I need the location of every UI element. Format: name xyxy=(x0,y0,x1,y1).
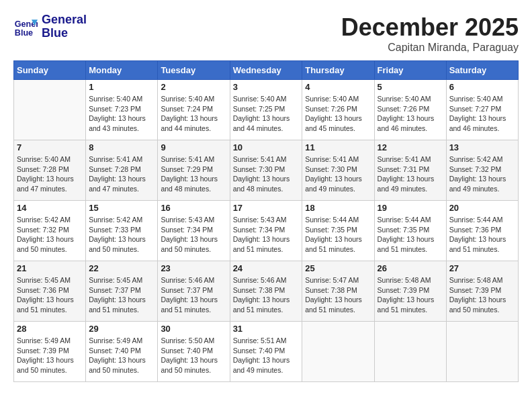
calendar-cell: 27Sunrise: 5:48 AM Sunset: 7:39 PM Dayli… xyxy=(446,261,518,322)
logo: General Blue General Blue xyxy=(13,13,87,40)
day-number: 5 xyxy=(378,82,443,92)
day-number: 16 xyxy=(161,203,226,213)
calendar-cell: 8Sunrise: 5:41 AM Sunset: 7:28 PM Daylig… xyxy=(86,140,158,201)
day-number: 29 xyxy=(89,324,154,334)
day-number: 15 xyxy=(89,203,154,213)
header: General Blue General Blue December 2025 … xyxy=(13,13,519,54)
day-info: Sunrise: 5:45 AM Sunset: 7:37 PM Dayligh… xyxy=(89,275,154,315)
day-number: 20 xyxy=(449,203,515,213)
day-number: 22 xyxy=(89,263,154,273)
day-number: 9 xyxy=(161,142,226,152)
calendar-cell: 26Sunrise: 5:48 AM Sunset: 7:39 PM Dayli… xyxy=(374,261,446,322)
day-number: 7 xyxy=(17,142,83,152)
day-number: 3 xyxy=(233,82,300,92)
weekday-header-monday: Monday xyxy=(86,61,158,80)
day-info: Sunrise: 5:41 AM Sunset: 7:30 PM Dayligh… xyxy=(305,154,371,194)
calendar-cell: 4Sunrise: 5:40 AM Sunset: 7:26 PM Daylig… xyxy=(302,80,374,140)
day-number: 11 xyxy=(305,142,371,152)
calendar-cell: 10Sunrise: 5:41 AM Sunset: 7:30 PM Dayli… xyxy=(230,140,302,201)
location: Capitan Miranda, Paraguay xyxy=(341,42,519,54)
day-number: 4 xyxy=(305,82,371,92)
calendar-cell: 2Sunrise: 5:40 AM Sunset: 7:24 PM Daylig… xyxy=(158,80,230,140)
calendar-cell: 20Sunrise: 5:44 AM Sunset: 7:36 PM Dayli… xyxy=(446,201,518,261)
calendar-cell: 7Sunrise: 5:40 AM Sunset: 7:28 PM Daylig… xyxy=(14,140,86,201)
calendar-cell: 16Sunrise: 5:43 AM Sunset: 7:34 PM Dayli… xyxy=(158,201,230,261)
day-number: 13 xyxy=(449,142,515,152)
weekday-header-friday: Friday xyxy=(374,61,446,80)
day-number: 10 xyxy=(233,142,300,152)
day-info: Sunrise: 5:40 AM Sunset: 7:26 PM Dayligh… xyxy=(378,94,443,134)
day-info: Sunrise: 5:48 AM Sunset: 7:39 PM Dayligh… xyxy=(449,275,515,315)
day-info: Sunrise: 5:45 AM Sunset: 7:36 PM Dayligh… xyxy=(17,275,83,315)
calendar-cell: 30Sunrise: 5:50 AM Sunset: 7:40 PM Dayli… xyxy=(158,322,230,382)
day-info: Sunrise: 5:40 AM Sunset: 7:24 PM Dayligh… xyxy=(161,94,226,134)
weekday-header-thursday: Thursday xyxy=(302,61,374,80)
day-number: 27 xyxy=(449,263,515,273)
day-info: Sunrise: 5:44 AM Sunset: 7:36 PM Dayligh… xyxy=(449,215,515,255)
calendar-cell: 21Sunrise: 5:45 AM Sunset: 7:36 PM Dayli… xyxy=(14,261,86,322)
day-number: 18 xyxy=(305,203,371,213)
day-info: Sunrise: 5:40 AM Sunset: 7:26 PM Dayligh… xyxy=(305,94,371,134)
day-number: 24 xyxy=(233,263,300,273)
week-row-3: 14Sunrise: 5:42 AM Sunset: 7:32 PM Dayli… xyxy=(14,201,519,261)
calendar-cell: 28Sunrise: 5:49 AM Sunset: 7:39 PM Dayli… xyxy=(14,322,86,382)
calendar-cell: 23Sunrise: 5:46 AM Sunset: 7:37 PM Dayli… xyxy=(158,261,230,322)
day-info: Sunrise: 5:40 AM Sunset: 7:23 PM Dayligh… xyxy=(89,94,154,134)
day-number: 30 xyxy=(161,324,226,334)
day-number: 26 xyxy=(378,263,443,273)
day-number: 17 xyxy=(233,203,300,213)
day-number: 31 xyxy=(233,324,300,334)
day-info: Sunrise: 5:49 AM Sunset: 7:40 PM Dayligh… xyxy=(89,336,154,375)
day-info: Sunrise: 5:50 AM Sunset: 7:40 PM Dayligh… xyxy=(161,336,226,375)
day-info: Sunrise: 5:41 AM Sunset: 7:30 PM Dayligh… xyxy=(233,154,300,194)
week-row-5: 28Sunrise: 5:49 AM Sunset: 7:39 PM Dayli… xyxy=(14,322,519,382)
day-info: Sunrise: 5:41 AM Sunset: 7:28 PM Dayligh… xyxy=(89,154,154,194)
weekday-header-tuesday: Tuesday xyxy=(158,61,230,80)
day-number: 21 xyxy=(17,263,83,273)
week-row-4: 21Sunrise: 5:45 AM Sunset: 7:36 PM Dayli… xyxy=(14,261,519,322)
calendar-cell: 14Sunrise: 5:42 AM Sunset: 7:32 PM Dayli… xyxy=(14,201,86,261)
day-number: 12 xyxy=(378,142,443,152)
calendar-cell: 19Sunrise: 5:44 AM Sunset: 7:35 PM Dayli… xyxy=(374,201,446,261)
logo-text: General Blue xyxy=(42,13,87,40)
calendar-cell: 24Sunrise: 5:46 AM Sunset: 7:38 PM Dayli… xyxy=(230,261,302,322)
day-info: Sunrise: 5:41 AM Sunset: 7:31 PM Dayligh… xyxy=(378,154,443,194)
day-info: Sunrise: 5:41 AM Sunset: 7:29 PM Dayligh… xyxy=(161,154,226,194)
calendar-cell: 25Sunrise: 5:47 AM Sunset: 7:38 PM Dayli… xyxy=(302,261,374,322)
day-info: Sunrise: 5:40 AM Sunset: 7:25 PM Dayligh… xyxy=(233,94,300,134)
day-number: 8 xyxy=(89,142,154,152)
day-info: Sunrise: 5:49 AM Sunset: 7:39 PM Dayligh… xyxy=(17,336,83,375)
calendar-cell: 15Sunrise: 5:42 AM Sunset: 7:33 PM Dayli… xyxy=(86,201,158,261)
calendar-cell: 22Sunrise: 5:45 AM Sunset: 7:37 PM Dayli… xyxy=(86,261,158,322)
day-info: Sunrise: 5:42 AM Sunset: 7:32 PM Dayligh… xyxy=(449,154,515,194)
day-number: 19 xyxy=(378,203,443,213)
title-area: December 2025 Capitan Miranda, Paraguay xyxy=(341,13,519,54)
month-year: December 2025 xyxy=(341,13,519,42)
calendar-cell xyxy=(14,80,86,140)
day-number: 25 xyxy=(305,263,371,273)
day-number: 2 xyxy=(161,82,226,92)
calendar-cell: 9Sunrise: 5:41 AM Sunset: 7:29 PM Daylig… xyxy=(158,140,230,201)
day-info: Sunrise: 5:43 AM Sunset: 7:34 PM Dayligh… xyxy=(161,215,226,255)
weekday-header-saturday: Saturday xyxy=(446,61,518,80)
calendar-cell: 18Sunrise: 5:44 AM Sunset: 7:35 PM Dayli… xyxy=(302,201,374,261)
calendar-cell: 11Sunrise: 5:41 AM Sunset: 7:30 PM Dayli… xyxy=(302,140,374,201)
day-number: 6 xyxy=(449,82,515,92)
day-info: Sunrise: 5:40 AM Sunset: 7:27 PM Dayligh… xyxy=(449,94,515,134)
day-info: Sunrise: 5:46 AM Sunset: 7:37 PM Dayligh… xyxy=(161,275,226,315)
logo-line1: General xyxy=(42,13,87,27)
calendar-cell: 5Sunrise: 5:40 AM Sunset: 7:26 PM Daylig… xyxy=(374,80,446,140)
weekday-header-wednesday: Wednesday xyxy=(230,61,302,80)
day-info: Sunrise: 5:42 AM Sunset: 7:33 PM Dayligh… xyxy=(89,215,154,255)
day-info: Sunrise: 5:51 AM Sunset: 7:40 PM Dayligh… xyxy=(233,336,300,375)
day-info: Sunrise: 5:44 AM Sunset: 7:35 PM Dayligh… xyxy=(305,215,371,255)
weekday-header-sunday: Sunday xyxy=(14,61,86,80)
day-number: 14 xyxy=(17,203,83,213)
calendar-cell: 12Sunrise: 5:41 AM Sunset: 7:31 PM Dayli… xyxy=(374,140,446,201)
calendar-cell: 13Sunrise: 5:42 AM Sunset: 7:32 PM Dayli… xyxy=(446,140,518,201)
calendar-cell: 1Sunrise: 5:40 AM Sunset: 7:23 PM Daylig… xyxy=(86,80,158,140)
day-info: Sunrise: 5:47 AM Sunset: 7:38 PM Dayligh… xyxy=(305,275,371,315)
weekday-header-row: SundayMondayTuesdayWednesdayThursdayFrid… xyxy=(14,61,519,80)
calendar-cell: 3Sunrise: 5:40 AM Sunset: 7:25 PM Daylig… xyxy=(230,80,302,140)
calendar-table: SundayMondayTuesdayWednesdayThursdayFrid… xyxy=(13,60,519,382)
